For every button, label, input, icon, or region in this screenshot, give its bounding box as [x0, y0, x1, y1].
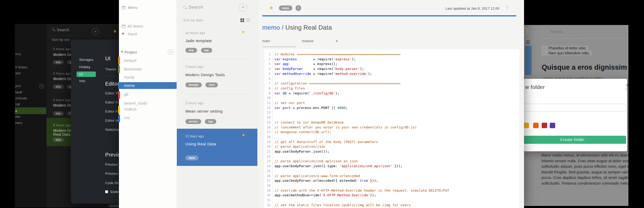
- menu-label[interactable]: Menu: [128, 5, 138, 10]
- sidebar-folder-boostnote[interactable]: Boostnote: [124, 67, 142, 71]
- new-note-button[interactable]: +: [524, 28, 528, 35]
- selected-note-edge[interactable]: [525, 46, 532, 75]
- note-title[interactable]: Jade template: [185, 38, 212, 43]
- settings-nav-ui-active[interactable]: UI: [77, 72, 96, 77]
- dark-sidebar-project-header[interactable]: ject: [15, 84, 21, 88]
- dark-search-bar[interactable]: Search +: [46, 24, 119, 36]
- color-swatch[interactable]: [550, 123, 555, 128]
- sidebar-folder-mysql[interactable]: mysql: [124, 75, 134, 79]
- settings-nav-storages[interactable]: Storages: [79, 58, 93, 62]
- dark-language-mode-chip[interactable]: javascri: [108, 204, 119, 207]
- checkbox-icon[interactable]: [542, 46, 546, 50]
- sidebar-item-all-notes[interactable]: All Notes: [128, 24, 143, 28]
- add-tag-button[interactable]: +: [296, 5, 301, 11]
- sidebar-folder-memo-selected[interactable]: memo: [118, 82, 177, 89]
- dark-sidebar-folder[interactable]: sql: [15, 102, 20, 106]
- dark-sidebar: enu ll Notes ard ject + fault ostnote sq…: [15, 24, 46, 207]
- new-tab-button[interactable]: +: [336, 38, 338, 44]
- note-title[interactable]: Mean server setting: [185, 109, 223, 113]
- folder-color-strip: [118, 115, 120, 122]
- desktop: enu ll Notes ard ject + fault ostnote sq…: [0, 0, 644, 208]
- settings-codeblock-label: Code Blo: [105, 181, 119, 185]
- color-swatch[interactable]: [542, 123, 547, 128]
- dark-menu-button[interactable]: enu: [15, 52, 21, 56]
- tag: tag: [205, 119, 216, 124]
- settings-preview-heading: Previe: [105, 152, 119, 158]
- sidebar-item-starred[interactable]: Stard: [128, 32, 137, 36]
- sort-dropdown[interactable]: Sort by date: [183, 18, 203, 22]
- note-time: 8 hours ago: [53, 124, 71, 127]
- add-tag-input[interactable]: Add tag...: [550, 30, 565, 34]
- dark-sidebar-folder[interactable]: hers: [15, 121, 22, 125]
- esc-hint: esc: [624, 88, 628, 90]
- create-folder-button[interactable]: Create folder: [524, 136, 626, 144]
- settings-nav-info[interactable]: Info: [79, 79, 85, 83]
- list-view-icon[interactable]: [526, 41, 530, 44]
- todo-row[interactable]: Phasellus id tortor odio.: [541, 46, 588, 50]
- sidebar-folder-default[interactable]: Default: [124, 58, 137, 63]
- selected-note[interactable]: 12 days ago ★ Using Real Data data: [177, 129, 257, 166]
- star-icon[interactable]: ★: [242, 29, 245, 34]
- star-icon[interactable]: ★: [113, 29, 117, 34]
- dark-sidebar-item-all-notes[interactable]: ll Notes: [15, 65, 28, 69]
- dark-sort-dropdown[interactable]: Sort by xxx: [52, 38, 70, 42]
- tag: wip: [53, 60, 64, 64]
- settings-editor-indent-label: Editor Inc: [105, 119, 119, 122]
- note-title[interactable]: Modern Design Tools: [185, 73, 225, 77]
- note-tag-badge[interactable]: data: [279, 5, 292, 11]
- note-tags: wip tag: [185, 48, 215, 53]
- new-note-button[interactable]: +: [239, 3, 247, 12]
- sidebar-folder-css[interactable]: css: [124, 116, 130, 120]
- dark-add-folder-icon[interactable]: +: [39, 84, 44, 89]
- divider: [184, 94, 250, 94]
- dark-sidebar-folder[interactable]: ostnote: [15, 96, 27, 100]
- settings-nav-hotkey[interactable]: Hotkey: [79, 65, 90, 69]
- divider: [542, 38, 628, 38]
- star-icon[interactable]: ★: [269, 5, 274, 11]
- dark-new-note-button[interactable]: +: [92, 28, 99, 35]
- todo-row[interactable]: Nam quis bibendum odio.: [541, 51, 592, 55]
- sidebar-folder-nodejs[interactable]: nodeJs: [124, 107, 137, 111]
- checkbox-checked-icon[interactable]: [105, 190, 108, 193]
- tab-main[interactable]: main: [262, 39, 296, 47]
- checkbox-icon[interactable]: [542, 51, 546, 55]
- sidebar: Menu All Notes ★ Stard Project + Default…: [119, 0, 177, 208]
- star-outline-icon[interactable]: ☆: [542, 28, 547, 34]
- chevron-down-icon[interactable]: [121, 51, 123, 53]
- dark-sidebar-folder[interactable]: fault: [15, 90, 22, 94]
- note-time: 2 hours ago: [185, 65, 203, 69]
- star-icon[interactable]: ★: [242, 133, 245, 138]
- tab-module[interactable]: module: [302, 39, 336, 43]
- note-time: an hours ago: [185, 31, 205, 35]
- breadcrumb-folder[interactable]: memo: [262, 24, 280, 31]
- grid-view-icon[interactable]: [240, 18, 242, 20]
- add-folder-button[interactable]: +: [168, 49, 173, 55]
- sidebar-folder-laravel-study[interactable]: laravel_study: [124, 101, 147, 105]
- list-view-icon[interactable]: [246, 18, 250, 22]
- settings-editor-fontfamily-label: Editor Fo: [105, 109, 119, 113]
- settings-editor-heading: Editor: [105, 81, 119, 87]
- menu-icon[interactable]: [122, 6, 126, 9]
- page-title: Using Real Data: [285, 24, 332, 31]
- color-swatch[interactable]: [524, 123, 529, 128]
- tag: wip: [53, 138, 64, 142]
- dialog-close-button[interactable]: × esc: [624, 82, 628, 90]
- sidebar-project-header[interactable]: Project: [125, 50, 137, 54]
- tag: wip: [185, 48, 197, 53]
- tag: tool: [205, 82, 218, 87]
- code-editor[interactable]: 1// modules ============================…: [264, 49, 519, 208]
- color-swatch[interactable]: [533, 123, 539, 128]
- dark-sidebar-folder[interactable]: mo: [15, 115, 20, 119]
- folder-name-input[interactable]: [524, 104, 626, 112]
- search-icon: [183, 6, 186, 9]
- sidebar-folder-git[interactable]: git: [124, 92, 128, 96]
- note-tags: server tag: [185, 119, 219, 124]
- dark-sidebar-folder-selected[interactable]: e: [15, 107, 46, 114]
- kebab-menu-icon[interactable]: [507, 5, 508, 10]
- add-tag-underline: [549, 35, 578, 36]
- dark-sidebar-item-starred[interactable]: ard: [15, 71, 21, 75]
- settings-checkbox-row[interactable]: Code B: [105, 190, 119, 194]
- note-heading: Quisque a eros dignissim: [542, 63, 627, 72]
- note-time: 8 hours ago: [53, 47, 71, 51]
- search-input[interactable]: Search: [189, 5, 203, 10]
